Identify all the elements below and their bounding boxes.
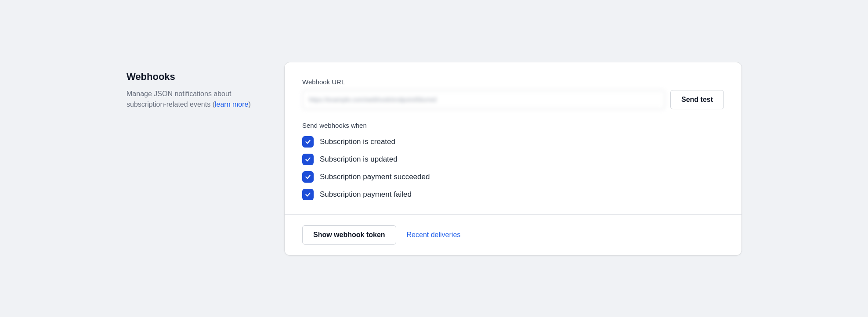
checkbox-item-payment-failed[interactable]: Subscription payment failed (302, 189, 724, 200)
learn-more-link[interactable]: learn more (215, 101, 248, 108)
checkbox-label-subscription-updated: Subscription is updated (320, 155, 398, 164)
recent-deliveries-link[interactable]: Recent deliveries (407, 231, 461, 239)
card-footer: Show webhook token Recent deliveries (285, 214, 741, 255)
checkbox-subscription-created[interactable] (302, 136, 314, 148)
webhooks-description: Manage JSON notifications about subscrip… (127, 89, 258, 110)
left-panel: Webhooks Manage JSON notifications about… (127, 62, 258, 110)
checkbox-subscription-updated[interactable] (302, 154, 314, 165)
checkbox-payment-failed[interactable] (302, 189, 314, 200)
send-test-button[interactable]: Send test (670, 90, 724, 109)
checkmark-icon (305, 191, 311, 198)
webhooks-card: Webhook URL Send test Send webhooks when… (285, 62, 741, 255)
url-row: Send test (302, 90, 724, 109)
checkbox-item-payment-succeeded[interactable]: Subscription payment succeeded (302, 171, 724, 183)
checkbox-list: Subscription is created Subscription is … (302, 136, 724, 200)
page-container: Webhooks Manage JSON notifications about… (127, 62, 741, 255)
checkmark-icon (305, 156, 311, 162)
show-webhook-token-button[interactable]: Show webhook token (302, 225, 396, 245)
card-body: Webhook URL Send test Send webhooks when… (285, 62, 741, 214)
checkbox-label-payment-succeeded: Subscription payment succeeded (320, 173, 430, 181)
checkmark-icon (305, 174, 311, 180)
checkbox-item-subscription-updated[interactable]: Subscription is updated (302, 154, 724, 165)
webhook-url-input[interactable] (302, 90, 665, 109)
checkbox-item-subscription-created[interactable]: Subscription is created (302, 136, 724, 148)
send-webhooks-label: Send webhooks when (302, 122, 724, 129)
url-field-label: Webhook URL (302, 78, 724, 86)
checkmark-icon (305, 139, 311, 145)
checkbox-label-subscription-created: Subscription is created (320, 137, 395, 146)
checkbox-payment-succeeded[interactable] (302, 171, 314, 183)
webhooks-title: Webhooks (127, 71, 258, 83)
checkbox-label-payment-failed: Subscription payment failed (320, 190, 412, 199)
